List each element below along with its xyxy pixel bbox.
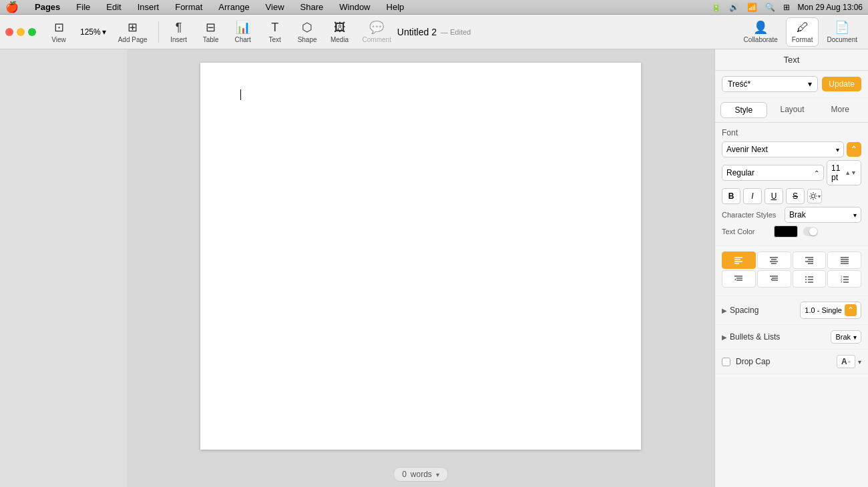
- font-size-input[interactable]: 11 pt ▲▼: [827, 160, 861, 185]
- font-size-stepper-icon[interactable]: ▲▼: [845, 169, 857, 176]
- menubar-share[interactable]: Share: [298, 2, 327, 12]
- bullets-lists-value[interactable]: Brak ▾: [831, 330, 861, 344]
- align-justify-button[interactable]: [827, 252, 861, 269]
- word-count-label: words: [411, 470, 432, 479]
- minimize-button[interactable]: [17, 28, 25, 36]
- spacing-row[interactable]: ▶ Spacing 1.0 - Single ⌃: [715, 296, 868, 325]
- font-section: Font Avenir Next ▾ ⌃ Regular ⌃ 11 pt ▲▼: [715, 123, 868, 246]
- text-color-label: Text Color: [722, 227, 769, 235]
- menubar-format[interactable]: Format: [172, 2, 205, 12]
- insert-icon: ¶: [176, 21, 182, 35]
- chart-label: Chart: [234, 36, 250, 43]
- italic-button[interactable]: I: [743, 188, 762, 204]
- bullets-lists-row[interactable]: ▶ Bullets & Lists Brak ▾: [715, 325, 868, 350]
- insert-label: Insert: [170, 36, 187, 43]
- word-count-bar[interactable]: 0 words ▾: [393, 467, 448, 482]
- collaborate-button[interactable]: 👤 Collaborate: [738, 17, 783, 46]
- search-icon[interactable]: 🔍: [765, 3, 775, 12]
- numbered-list-button[interactable]: 123: [827, 270, 861, 288]
- apple-icon[interactable]: 🍎: [5, 1, 19, 13]
- sidebar-left: [0, 49, 127, 487]
- control-center-icon[interactable]: ⊞: [783, 3, 790, 12]
- format-button[interactable]: 🖊 Format: [786, 17, 819, 47]
- svg-point-25: [805, 276, 807, 278]
- shape-icon: ⬡: [302, 20, 312, 35]
- align-right-button[interactable]: [793, 252, 827, 269]
- document-area[interactable]: 0 words ▾: [127, 49, 714, 487]
- font-style-row: Regular ⌃ 11 pt ▲▼: [722, 160, 861, 185]
- tab-layout[interactable]: Layout: [770, 102, 815, 118]
- align-left-button[interactable]: [722, 252, 756, 269]
- shape-label: Shape: [298, 36, 317, 43]
- view-button[interactable]: ⊡ View: [44, 17, 73, 46]
- panel-header: Text: [715, 49, 868, 71]
- media-button[interactable]: 🖼 Media: [325, 18, 355, 46]
- text-options-button[interactable]: ▾: [807, 189, 822, 203]
- menubar-edit[interactable]: Edit: [103, 2, 124, 12]
- drop-cap-row: Drop Cap A ≡ ▾: [715, 350, 868, 374]
- paragraph-style-select[interactable]: Treść* ▾: [722, 76, 818, 92]
- font-style-select[interactable]: Regular ⌃: [722, 165, 824, 181]
- character-styles-value: Brak: [789, 210, 806, 219]
- chart-button[interactable]: 📊 Chart: [228, 17, 258, 46]
- comment-button[interactable]: 💬 Comment: [357, 17, 397, 46]
- text-color-toggle[interactable]: [803, 227, 818, 236]
- format-label: Format: [792, 36, 813, 43]
- add-page-icon: ⊞: [128, 20, 138, 35]
- menubar-window[interactable]: Window: [337, 2, 373, 12]
- menubar-arrange[interactable]: Arrange: [216, 2, 252, 12]
- zoom-control[interactable]: 125% ▾: [76, 25, 110, 39]
- list-indent-button[interactable]: [793, 270, 827, 288]
- comment-label: Comment: [363, 36, 391, 43]
- close-button[interactable]: [5, 28, 13, 36]
- drop-cap-checkbox[interactable]: [722, 358, 730, 366]
- volume-icon: 🔊: [729, 3, 739, 12]
- view-label: View: [51, 36, 66, 43]
- toolbar-right: 👤 Collaborate 🖊 Format 📄 Document: [738, 17, 868, 47]
- menubar-view[interactable]: View: [263, 2, 287, 12]
- increase-indent-button[interactable]: [757, 270, 791, 288]
- document-title[interactable]: Untitled 2: [397, 27, 437, 37]
- character-styles-select[interactable]: Brak ▾: [785, 207, 861, 223]
- spacing-value[interactable]: 1.0 - Single ⌃: [800, 302, 861, 319]
- underline-button[interactable]: U: [765, 188, 783, 204]
- menubar-insert[interactable]: Insert: [135, 2, 162, 12]
- menubar-file[interactable]: File: [73, 2, 93, 12]
- text-button[interactable]: T Text: [260, 18, 290, 46]
- word-count-chevron-icon[interactable]: ▾: [436, 471, 439, 478]
- font-name-spinner[interactable]: ⌃: [847, 142, 861, 157]
- document-page[interactable]: [200, 63, 641, 450]
- bullets-chevron-down-icon: ▾: [853, 334, 857, 341]
- tab-more[interactable]: More: [817, 102, 863, 118]
- format-panel-icon: 🖊: [797, 21, 809, 35]
- text-cursor: [240, 89, 241, 100]
- font-section-label: Font: [722, 128, 861, 137]
- document-button[interactable]: 📄 Document: [821, 17, 863, 46]
- insert-button[interactable]: ¶ Insert: [164, 18, 194, 46]
- add-page-button[interactable]: ⊞ Add Page: [113, 17, 153, 46]
- tab-style[interactable]: Style: [720, 102, 767, 118]
- drop-cap-chevron-icon[interactable]: ▾: [858, 358, 861, 366]
- table-icon: ⊟: [206, 20, 216, 35]
- menubar-help[interactable]: Help: [384, 2, 407, 12]
- wifi-icon: 📶: [747, 3, 757, 12]
- decrease-indent-button[interactable]: [722, 270, 756, 288]
- format-btns-row: B I U S ▾: [722, 188, 861, 204]
- drop-cap-label: Drop Cap: [736, 357, 837, 366]
- svg-point-0: [812, 195, 815, 198]
- align-center-button[interactable]: [757, 252, 791, 269]
- text-color-swatch[interactable]: [774, 225, 798, 237]
- table-button[interactable]: ⊟ Table: [196, 17, 226, 46]
- options-chevron-icon: ▾: [818, 193, 821, 199]
- menubar-right: 🔋 🔊 📶 🔍 ⊞ Mon 29 Aug 13:06: [711, 3, 863, 12]
- maximize-button[interactable]: [28, 28, 36, 36]
- font-size-value: 11 pt: [831, 163, 845, 182]
- update-style-button[interactable]: Update: [822, 77, 861, 91]
- menubar-app[interactable]: Pages: [32, 2, 63, 12]
- font-name-select[interactable]: Avenir Next ▾: [722, 141, 844, 157]
- shape-button[interactable]: ⬡ Shape: [292, 17, 322, 46]
- spacing-spinner[interactable]: ⌃: [845, 304, 857, 316]
- strikethrough-button[interactable]: S: [786, 188, 805, 204]
- bold-button[interactable]: B: [722, 188, 740, 204]
- menubar: 🍎 Pages File Edit Insert Format Arrange …: [0, 0, 868, 15]
